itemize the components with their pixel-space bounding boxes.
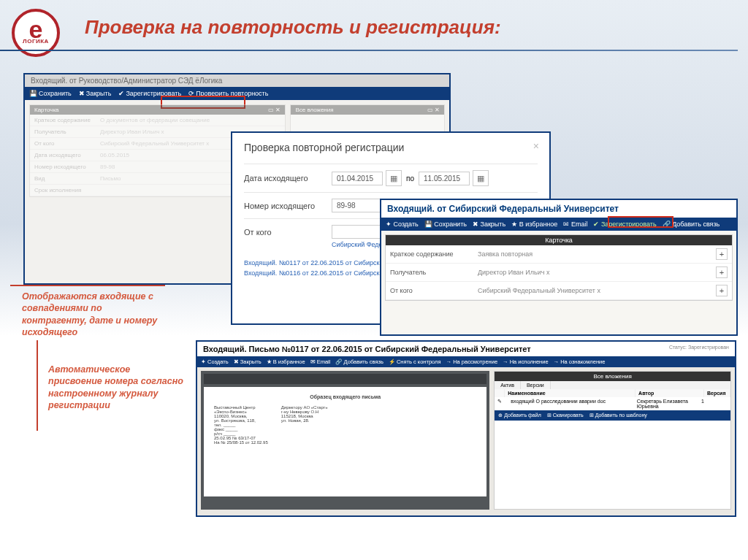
attachment-row[interactable]: ✎ входящий О расследовании аварии doc Се…	[495, 397, 730, 410]
attachment-actions: ⊕ Добавить файл ⊞ Сканировать ⊞ Добавить…	[495, 410, 730, 421]
card-panel: Карточка Краткое содержаниеЗаявка повтор…	[385, 234, 733, 301]
highlight-register	[608, 216, 673, 228]
header-rule	[0, 50, 738, 51]
window-title: Входящий. от Руководство/Администратор С…	[25, 74, 449, 87]
close-button[interactable]: ✖ Закрыть	[473, 220, 505, 228]
close-button[interactable]: ✖ Закрыть	[234, 358, 262, 365]
expand-icon[interactable]: +	[716, 285, 728, 296]
favorite-button[interactable]: ★ В избранное	[511, 220, 557, 228]
for-execution-button[interactable]: → На исполнение	[503, 358, 548, 365]
add-template-button[interactable]: ⊞ Добавить по шаблону	[589, 413, 647, 418]
card-title: Карточка	[386, 235, 732, 245]
for-approval-button[interactable]: → На ознакомление	[554, 358, 606, 365]
callout-line	[10, 285, 165, 286]
window-registered-letter: Входящий. Письмо №0117 от 22.06.2015 от …	[196, 340, 736, 517]
toolbar: ✦ Создать ✖ Закрыть ★ В избранное ✉ Emai…	[197, 356, 735, 367]
logo-glyph: е	[29, 21, 43, 39]
number-input[interactable]	[332, 199, 383, 212]
create-button[interactable]: ✦ Создать	[386, 220, 419, 228]
tab-active[interactable]: Актив	[495, 381, 521, 389]
row-date: Дата исходящего ▦ по ▦	[244, 164, 538, 192]
attachments-title: Все вложения▭ ✕	[291, 105, 444, 115]
close-icon[interactable]: ×	[533, 140, 539, 152]
page-title: Проверка на повторность и регистрация:	[85, 16, 501, 39]
pdf-page: Образец входящего письма Выставочный Цен…	[204, 387, 486, 496]
save-button[interactable]: 💾 Сохранить	[29, 90, 72, 97]
save-button[interactable]: 💾 Сохранить	[424, 220, 467, 228]
add-link-button[interactable]: 🔗 Добавить связь	[335, 358, 383, 365]
remove-control-button[interactable]: ⚡ Снять с контроля	[389, 358, 441, 365]
email-button[interactable]: ✉ Email	[310, 358, 331, 365]
close-button[interactable]: ✖ Закрыть	[79, 90, 112, 97]
for-review-button[interactable]: → На рассмотрение	[446, 358, 498, 365]
window-incoming-sfu: Входящий. от Сибирский Федеральный Униве…	[380, 199, 738, 336]
scan-button[interactable]: ⊞ Сканировать	[547, 413, 584, 418]
email-button[interactable]: ✉ Email	[563, 220, 587, 228]
toolbar: ✦ Создать 💾 Сохранить ✖ Закрыть ★ В избр…	[381, 218, 736, 231]
attachments-tabs: Актив Версии	[495, 381, 730, 389]
pdf-preview: Образец входящего письма Выставочный Цен…	[201, 371, 489, 510]
callout-line	[37, 340, 38, 431]
card-panel-title: Карточка▭ ✕	[30, 105, 285, 115]
doc-recipient: Директору АО «Старт» г-ну Неверову О.Н 1…	[281, 405, 328, 445]
doc-sender: Выставочный Центр «Экспо-Бизнес» 110020,…	[214, 405, 268, 445]
create-button[interactable]: ✦ Создать	[201, 358, 229, 365]
expand-icon[interactable]: +	[716, 248, 728, 260]
calendar-icon[interactable]: ▦	[473, 170, 489, 186]
status-label: Статус: Зарегистрирован	[669, 345, 729, 353]
window-title: Входящий. Письмо №0117 от 22.06.2015 от …	[197, 342, 735, 356]
doc-title: Образец входящего письма	[214, 394, 476, 399]
pdf-toolbar[interactable]	[204, 374, 486, 384]
logo-label: ЛОГИКА	[23, 38, 49, 45]
add-file-button[interactable]: ⊕ Добавить файл	[498, 413, 541, 418]
window-title: Входящий. от Сибирский Федеральный Униве…	[381, 200, 736, 218]
tab-versions[interactable]: Версии	[521, 381, 551, 389]
attachments-panel: Все вложения Актив Версии Наименование А…	[494, 371, 731, 510]
dialog-title: Проверка повторной регистрации	[244, 142, 538, 153]
date-to-input[interactable]	[419, 172, 470, 185]
calendar-icon[interactable]: ▦	[386, 170, 402, 186]
callout-2: Автоматическое присвоение номера согласн…	[48, 364, 184, 411]
attachments-title: Все вложения	[495, 372, 730, 381]
favorite-button[interactable]: ★ В избранное	[267, 358, 305, 365]
date-from-input[interactable]	[332, 172, 383, 185]
expand-icon[interactable]: +	[716, 266, 728, 278]
callout-1: Отображаются входящие с совпадениями по …	[22, 291, 168, 338]
attachments-header: Наименование Автор Версия	[495, 389, 730, 397]
